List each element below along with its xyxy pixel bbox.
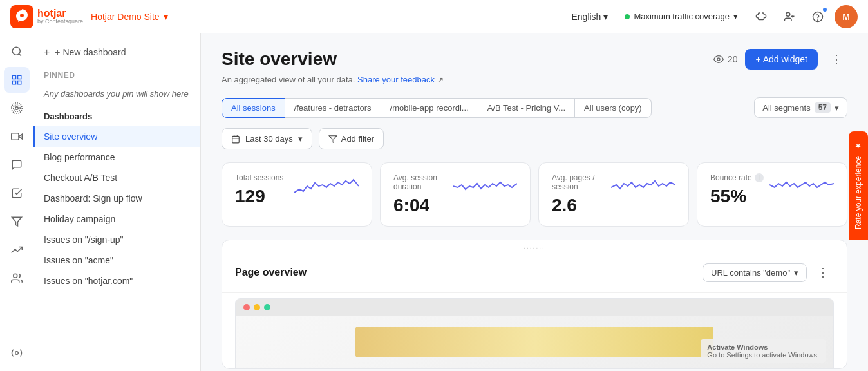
sidebar-item-signup-flow[interactable]: Dashboard: Sign up flow [33, 188, 200, 209]
url-filter-button[interactable]: URL contains "demo" ▾ [703, 263, 807, 282]
nav-heatmaps[interactable] [4, 95, 30, 121]
external-link-icon: ↗ [437, 75, 444, 84]
sidebar-item-acme-issues[interactable]: Issues on "acme" [33, 250, 200, 271]
nav-recordings[interactable] [4, 124, 30, 149]
eye-icon [713, 54, 724, 64]
segments-button[interactable]: All segments 57 ▾ [754, 97, 847, 118]
svg-marker-15 [19, 134, 22, 139]
chevron-down-icon: ▾ [733, 12, 738, 21]
nav-settings-bottom[interactable] [4, 340, 30, 366]
svg-marker-25 [329, 135, 337, 142]
sidebar-item-site-overview[interactable]: Site overview [33, 126, 200, 147]
filter-row: Last 30 days ▾ Add filter [222, 128, 847, 149]
sidebar: + + New dashboard Pinned Any dashboards … [33, 33, 201, 371]
traffic-coverage-button[interactable]: Maximum traffic coverage ▾ [618, 8, 744, 25]
sidebar-item-hotjar-issues[interactable]: Issues on "hotjar.com" [33, 271, 200, 291]
add-user-icon-button[interactable] [778, 5, 801, 28]
svg-point-6 [12, 47, 20, 55]
svg-point-20 [717, 58, 720, 61]
hotjar-logo: hotjar by Contentsquare [10, 5, 83, 28]
filter-icon [328, 135, 337, 144]
page-header: Site overview 20 + Add widget ⋮ [222, 49, 847, 70]
sidebar-item-signup-issues[interactable]: Issues on "/sign-up" [33, 229, 200, 250]
nav-funnels[interactable] [4, 209, 30, 234]
language-button[interactable]: English ▾ [566, 8, 613, 26]
tab-all-sessions[interactable]: All sessions [222, 98, 285, 118]
question-circle-icon [812, 11, 824, 23]
metric-card-session-duration: Avg. session duration 6:04 [380, 162, 531, 227]
sidebar-item-blog-performance[interactable]: Blog performance [33, 147, 200, 167]
metric-value-duration: 6:04 [393, 195, 453, 216]
svg-point-12 [15, 107, 18, 110]
metric-label-duration: Avg. session duration [393, 173, 453, 191]
plus-icon: + [44, 46, 50, 58]
svg-line-7 [19, 53, 21, 55]
feedback-link[interactable]: Share your feedback [357, 75, 435, 84]
svg-point-18 [13, 274, 17, 278]
metric-chart-sessions [294, 173, 359, 199]
logo-text: hotjar by Contentsquare [37, 8, 83, 25]
traffic-status-dot [625, 14, 630, 19]
date-filter-button[interactable]: Last 30 days ▾ [222, 128, 312, 149]
tab-features-detractors[interactable]: /features - detractors [285, 98, 381, 118]
add-filter-button[interactable]: Add filter [319, 128, 384, 149]
chevron-down-icon: ▾ [794, 268, 798, 278]
nav-users[interactable] [4, 265, 30, 291]
nav-dashboards[interactable] [4, 67, 30, 93]
svg-point-19 [15, 352, 18, 355]
integrations-icon-button[interactable] [750, 5, 773, 28]
svg-rect-21 [232, 136, 240, 143]
tab-all-users-copy[interactable]: All users (copy) [575, 98, 652, 118]
chevron-down-icon: ▾ [298, 134, 303, 144]
nav-trends[interactable] [4, 237, 30, 263]
dotted-divider: ....... [222, 240, 847, 252]
metric-chart-pages [611, 173, 675, 199]
page-overview-title: Page overview [235, 267, 307, 278]
browser-mockup: Activate Windows Go to Settings to activ… [235, 298, 834, 368]
viewers-count: 20 [713, 54, 738, 64]
svg-rect-10 [12, 81, 15, 84]
site-name-button[interactable]: Hotjar Demo Site ▾ [91, 12, 168, 22]
sidebar-item-checkout-ab[interactable]: Checkout A/B Test [33, 167, 200, 188]
svg-point-1 [786, 12, 790, 16]
page-header-right: 20 + Add widget ⋮ [713, 49, 847, 70]
svg-rect-16 [11, 133, 18, 140]
browser-content: Activate Windows Go to Settings to activ… [236, 316, 833, 368]
metric-card-pages-session: Avg. pages / session 2.6 [538, 162, 689, 227]
info-icon: i [755, 173, 764, 182]
add-widget-button[interactable]: + Add widget [745, 49, 818, 70]
nav-feedback[interactable] [4, 152, 30, 178]
page-title: Site overview [222, 49, 337, 70]
tab-ab-pricing[interactable]: A/B Test - Pricing V... [478, 98, 575, 118]
metric-chart-duration [453, 173, 517, 199]
nav-explore[interactable] [4, 39, 30, 64]
metric-value-bounce: 55% [710, 186, 764, 207]
metrics-row: Total sessions 129 Avg. session duration… [222, 162, 847, 227]
page-overview-more-button[interactable]: ⋮ [812, 263, 834, 282]
page-subtitle: An aggregated view of all your data. Sha… [222, 75, 847, 84]
browser-dot-yellow [254, 304, 260, 310]
pinned-section-title: Pinned [33, 63, 200, 84]
calendar-icon [231, 135, 240, 144]
chevron-down-icon: ▾ [835, 103, 839, 113]
header-right: English ▾ Maximum traffic coverage ▾ M [566, 5, 858, 28]
browser-dot-green [264, 304, 270, 310]
new-dashboard-button[interactable]: + + New dashboard [33, 41, 200, 63]
more-options-button[interactable]: ⋮ [826, 50, 847, 69]
svg-rect-9 [17, 75, 21, 79]
nav-surveys[interactable] [4, 180, 30, 206]
help-icon-button[interactable] [806, 5, 829, 28]
tab-mobile-app[interactable]: /mobile-app recordi... [381, 98, 478, 118]
star-icon: ★ [854, 142, 863, 151]
icon-bar [0, 33, 33, 371]
hotjar-logo-icon [10, 5, 33, 28]
metric-label-sessions: Total sessions [235, 173, 283, 182]
activate-title: Activate Windows [707, 343, 819, 351]
page-overview-header: Page overview URL contains "demo" ▾ ⋮ [222, 252, 847, 293]
svg-point-13 [13, 105, 20, 112]
sidebar-item-holiday[interactable]: Holiday campaign [33, 209, 200, 229]
rate-experience-sidebar[interactable]: Rate your experience ★ [849, 131, 868, 240]
metric-value-pages: 2.6 [552, 195, 611, 216]
avatar-button[interactable]: M [835, 5, 858, 28]
metric-chart-bounce [769, 173, 834, 199]
